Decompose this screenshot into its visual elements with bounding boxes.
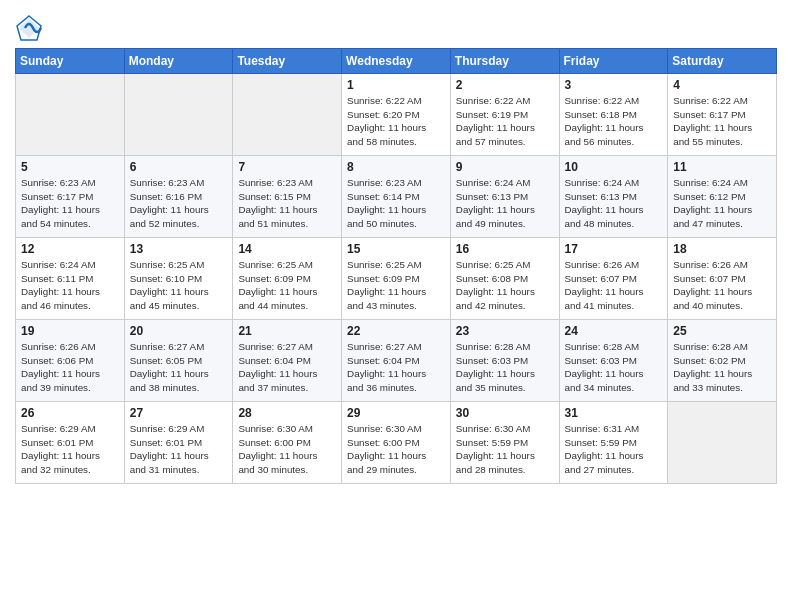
day-number: 11 xyxy=(673,160,771,174)
day-info: Sunrise: 6:24 AMSunset: 6:12 PMDaylight:… xyxy=(673,176,771,231)
day-number: 16 xyxy=(456,242,554,256)
weekday-header: Friday xyxy=(559,49,668,74)
day-info: Sunrise: 6:24 AMSunset: 6:13 PMDaylight:… xyxy=(456,176,554,231)
day-number: 28 xyxy=(238,406,336,420)
day-info: Sunrise: 6:26 AMSunset: 6:07 PMDaylight:… xyxy=(565,258,663,313)
day-info: Sunrise: 6:27 AMSunset: 6:05 PMDaylight:… xyxy=(130,340,228,395)
weekday-header: Saturday xyxy=(668,49,777,74)
day-number: 21 xyxy=(238,324,336,338)
calendar-cell: 5Sunrise: 6:23 AMSunset: 6:17 PMDaylight… xyxy=(16,156,125,238)
calendar-cell: 9Sunrise: 6:24 AMSunset: 6:13 PMDaylight… xyxy=(450,156,559,238)
calendar-cell: 30Sunrise: 6:30 AMSunset: 5:59 PMDayligh… xyxy=(450,402,559,484)
logo-icon xyxy=(15,14,43,42)
day-number: 22 xyxy=(347,324,445,338)
calendar-cell xyxy=(124,74,233,156)
calendar-cell: 4Sunrise: 6:22 AMSunset: 6:17 PMDaylight… xyxy=(668,74,777,156)
calendar-cell xyxy=(16,74,125,156)
day-info: Sunrise: 6:23 AMSunset: 6:16 PMDaylight:… xyxy=(130,176,228,231)
weekday-header: Wednesday xyxy=(342,49,451,74)
calendar-cell: 2Sunrise: 6:22 AMSunset: 6:19 PMDaylight… xyxy=(450,74,559,156)
day-info: Sunrise: 6:24 AMSunset: 6:13 PMDaylight:… xyxy=(565,176,663,231)
calendar-cell: 17Sunrise: 6:26 AMSunset: 6:07 PMDayligh… xyxy=(559,238,668,320)
day-info: Sunrise: 6:29 AMSunset: 6:01 PMDaylight:… xyxy=(21,422,119,477)
calendar-cell: 26Sunrise: 6:29 AMSunset: 6:01 PMDayligh… xyxy=(16,402,125,484)
day-number: 19 xyxy=(21,324,119,338)
calendar-cell xyxy=(668,402,777,484)
day-info: Sunrise: 6:23 AMSunset: 6:15 PMDaylight:… xyxy=(238,176,336,231)
day-info: Sunrise: 6:25 AMSunset: 6:09 PMDaylight:… xyxy=(347,258,445,313)
day-number: 30 xyxy=(456,406,554,420)
day-info: Sunrise: 6:25 AMSunset: 6:09 PMDaylight:… xyxy=(238,258,336,313)
calendar-cell: 14Sunrise: 6:25 AMSunset: 6:09 PMDayligh… xyxy=(233,238,342,320)
calendar-cell: 21Sunrise: 6:27 AMSunset: 6:04 PMDayligh… xyxy=(233,320,342,402)
day-info: Sunrise: 6:26 AMSunset: 6:06 PMDaylight:… xyxy=(21,340,119,395)
calendar-cell: 19Sunrise: 6:26 AMSunset: 6:06 PMDayligh… xyxy=(16,320,125,402)
day-info: Sunrise: 6:24 AMSunset: 6:11 PMDaylight:… xyxy=(21,258,119,313)
day-number: 13 xyxy=(130,242,228,256)
day-info: Sunrise: 6:25 AMSunset: 6:10 PMDaylight:… xyxy=(130,258,228,313)
day-number: 31 xyxy=(565,406,663,420)
weekday-header: Monday xyxy=(124,49,233,74)
calendar-cell: 16Sunrise: 6:25 AMSunset: 6:08 PMDayligh… xyxy=(450,238,559,320)
calendar-cell xyxy=(233,74,342,156)
day-number: 20 xyxy=(130,324,228,338)
calendar-cell: 13Sunrise: 6:25 AMSunset: 6:10 PMDayligh… xyxy=(124,238,233,320)
day-info: Sunrise: 6:22 AMSunset: 6:18 PMDaylight:… xyxy=(565,94,663,149)
calendar-cell: 8Sunrise: 6:23 AMSunset: 6:14 PMDaylight… xyxy=(342,156,451,238)
day-number: 4 xyxy=(673,78,771,92)
day-number: 23 xyxy=(456,324,554,338)
calendar-cell: 3Sunrise: 6:22 AMSunset: 6:18 PMDaylight… xyxy=(559,74,668,156)
calendar-cell: 1Sunrise: 6:22 AMSunset: 6:20 PMDaylight… xyxy=(342,74,451,156)
calendar-cell: 7Sunrise: 6:23 AMSunset: 6:15 PMDaylight… xyxy=(233,156,342,238)
calendar-cell: 12Sunrise: 6:24 AMSunset: 6:11 PMDayligh… xyxy=(16,238,125,320)
day-info: Sunrise: 6:28 AMSunset: 6:03 PMDaylight:… xyxy=(565,340,663,395)
day-number: 25 xyxy=(673,324,771,338)
weekday-header: Sunday xyxy=(16,49,125,74)
day-number: 27 xyxy=(130,406,228,420)
day-info: Sunrise: 6:22 AMSunset: 6:19 PMDaylight:… xyxy=(456,94,554,149)
calendar-cell: 11Sunrise: 6:24 AMSunset: 6:12 PMDayligh… xyxy=(668,156,777,238)
calendar-cell: 20Sunrise: 6:27 AMSunset: 6:05 PMDayligh… xyxy=(124,320,233,402)
calendar-cell: 15Sunrise: 6:25 AMSunset: 6:09 PMDayligh… xyxy=(342,238,451,320)
day-info: Sunrise: 6:28 AMSunset: 6:02 PMDaylight:… xyxy=(673,340,771,395)
day-info: Sunrise: 6:22 AMSunset: 6:20 PMDaylight:… xyxy=(347,94,445,149)
day-info: Sunrise: 6:30 AMSunset: 6:00 PMDaylight:… xyxy=(238,422,336,477)
day-info: Sunrise: 6:23 AMSunset: 6:14 PMDaylight:… xyxy=(347,176,445,231)
page-container: SundayMondayTuesdayWednesdayThursdayFrid… xyxy=(0,0,792,494)
day-info: Sunrise: 6:30 AMSunset: 6:00 PMDaylight:… xyxy=(347,422,445,477)
day-info: Sunrise: 6:29 AMSunset: 6:01 PMDaylight:… xyxy=(130,422,228,477)
calendar-cell: 27Sunrise: 6:29 AMSunset: 6:01 PMDayligh… xyxy=(124,402,233,484)
day-info: Sunrise: 6:30 AMSunset: 5:59 PMDaylight:… xyxy=(456,422,554,477)
day-number: 24 xyxy=(565,324,663,338)
calendar-cell: 6Sunrise: 6:23 AMSunset: 6:16 PMDaylight… xyxy=(124,156,233,238)
day-number: 14 xyxy=(238,242,336,256)
calendar-cell: 23Sunrise: 6:28 AMSunset: 6:03 PMDayligh… xyxy=(450,320,559,402)
day-number: 12 xyxy=(21,242,119,256)
calendar-table: SundayMondayTuesdayWednesdayThursdayFrid… xyxy=(15,48,777,484)
day-number: 18 xyxy=(673,242,771,256)
day-number: 3 xyxy=(565,78,663,92)
day-number: 7 xyxy=(238,160,336,174)
day-info: Sunrise: 6:23 AMSunset: 6:17 PMDaylight:… xyxy=(21,176,119,231)
weekday-header: Tuesday xyxy=(233,49,342,74)
day-info: Sunrise: 6:25 AMSunset: 6:08 PMDaylight:… xyxy=(456,258,554,313)
day-number: 1 xyxy=(347,78,445,92)
logo xyxy=(15,14,45,42)
day-number: 5 xyxy=(21,160,119,174)
day-number: 6 xyxy=(130,160,228,174)
calendar-cell: 24Sunrise: 6:28 AMSunset: 6:03 PMDayligh… xyxy=(559,320,668,402)
day-number: 9 xyxy=(456,160,554,174)
calendar-cell: 10Sunrise: 6:24 AMSunset: 6:13 PMDayligh… xyxy=(559,156,668,238)
calendar-cell: 31Sunrise: 6:31 AMSunset: 5:59 PMDayligh… xyxy=(559,402,668,484)
day-number: 10 xyxy=(565,160,663,174)
day-info: Sunrise: 6:31 AMSunset: 5:59 PMDaylight:… xyxy=(565,422,663,477)
day-number: 15 xyxy=(347,242,445,256)
calendar-cell: 22Sunrise: 6:27 AMSunset: 6:04 PMDayligh… xyxy=(342,320,451,402)
calendar-cell: 28Sunrise: 6:30 AMSunset: 6:00 PMDayligh… xyxy=(233,402,342,484)
day-info: Sunrise: 6:27 AMSunset: 6:04 PMDaylight:… xyxy=(347,340,445,395)
weekday-header: Thursday xyxy=(450,49,559,74)
calendar-cell: 18Sunrise: 6:26 AMSunset: 6:07 PMDayligh… xyxy=(668,238,777,320)
calendar-cell: 25Sunrise: 6:28 AMSunset: 6:02 PMDayligh… xyxy=(668,320,777,402)
day-number: 26 xyxy=(21,406,119,420)
day-info: Sunrise: 6:26 AMSunset: 6:07 PMDaylight:… xyxy=(673,258,771,313)
